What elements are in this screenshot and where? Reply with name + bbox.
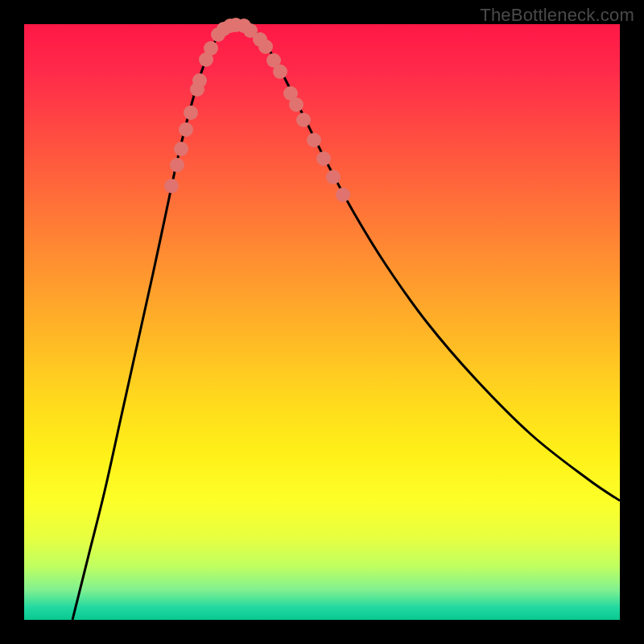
data-marker	[336, 188, 350, 202]
bottleneck-curve	[72, 23, 620, 620]
data-marker	[192, 73, 207, 88]
data-marker	[164, 179, 179, 193]
data-marker	[273, 64, 287, 79]
data-marker	[326, 170, 341, 184]
data-marker	[179, 122, 193, 137]
data-marker	[258, 39, 273, 54]
watermark-text: TheBottleneck.com	[480, 5, 634, 26]
data-marker	[307, 133, 321, 147]
data-marker	[184, 105, 198, 120]
chart-frame: TheBottleneck.com	[0, 0, 644, 644]
data-marker	[204, 41, 218, 56]
data-marker	[296, 113, 311, 127]
data-marker	[174, 142, 188, 156]
data-marker	[316, 151, 331, 166]
data-marker-group	[164, 18, 350, 202]
chart-svg	[24, 24, 620, 620]
plot-area	[24, 24, 620, 620]
data-marker	[170, 158, 184, 172]
data-marker	[289, 97, 303, 112]
